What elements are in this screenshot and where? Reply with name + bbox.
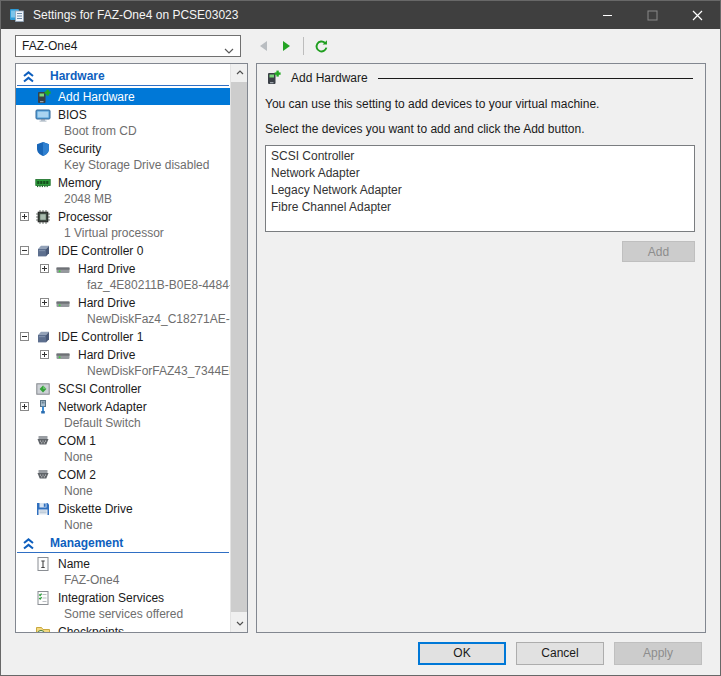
toolbar-separator <box>303 37 304 55</box>
collapse-icon[interactable] <box>20 246 35 255</box>
sidebar-item-subtext: faz_4E80211B-B0E8-4484-... <box>16 277 230 293</box>
com-port-icon <box>35 433 51 449</box>
sidebar-item-bios[interactable]: BIOSBoot from CD <box>16 106 230 139</box>
sidebar-item-subtext: 1 Virtual processor <box>16 225 230 241</box>
sidebar-item-label: Integration Services <box>58 591 164 605</box>
titlebar: Settings for FAZ-One4 on PCSE03023 <box>1 1 720 29</box>
device-option-network-adapter[interactable]: Network Adapter <box>266 165 694 182</box>
sidebar-item-network-adapter[interactable]: Network AdapterDefault Switch <box>16 398 230 431</box>
device-listbox[interactable]: SCSI ControllerNetwork AdapterLegacy Net… <box>265 145 695 232</box>
description-line-1: You can use this setting to add devices … <box>265 97 693 111</box>
sidebar-item-label: Hard Drive <box>78 348 135 362</box>
sidebar-item-name[interactable]: NameFAZ-One4 <box>16 555 230 588</box>
sidebar-item-integration-services[interactable]: Integration ServicesSome services offere… <box>16 589 230 622</box>
header-rule <box>378 78 693 79</box>
sidebar-item-memory[interactable]: Memory2048 MB <box>16 174 230 207</box>
back-icon[interactable] <box>253 35 275 57</box>
sidebar-item-subtext: None <box>16 517 230 533</box>
device-option-scsi-controller[interactable]: SCSI Controller <box>266 148 694 165</box>
sidebar-item-com-2[interactable]: COM 2None <box>16 466 230 499</box>
memory-icon <box>35 175 51 191</box>
section-label: Hardware <box>50 69 105 83</box>
ide-controller-icon <box>35 243 51 259</box>
expand-icon[interactable] <box>40 264 55 273</box>
sidebar-item-ide-controller-0[interactable]: IDE Controller 0 <box>16 242 230 259</box>
sidebar-item-subtext: 2048 MB <box>16 191 230 207</box>
sidebar-item-label: Name <box>58 557 90 571</box>
refresh-icon[interactable] <box>310 35 332 57</box>
add-hardware-icon <box>265 70 281 86</box>
settings-window-icon <box>9 7 25 23</box>
sidebar-item-com-1[interactable]: COM 1None <box>16 432 230 465</box>
collapse-chevrons-icon[interactable] <box>21 537 36 550</box>
name-icon <box>35 556 51 572</box>
sidebar-item-subtext: Boot from CD <box>16 123 230 139</box>
sidebar-item-diskette-drive[interactable]: Diskette DriveNone <box>16 500 230 533</box>
sidebar-item-label: COM 2 <box>58 468 96 482</box>
close-icon[interactable] <box>675 1 720 29</box>
sidebar-item-label: Security <box>58 142 101 156</box>
ide-controller-icon <box>35 329 51 345</box>
device-option-fibre-channel-adapter[interactable]: Fibre Channel Adapter <box>266 199 694 216</box>
sidebar-scrollbar[interactable] <box>230 64 247 632</box>
network-adapter-icon <box>35 399 51 415</box>
scroll-down-icon[interactable] <box>231 615 248 632</box>
sidebar-item-scsi-controller[interactable]: SCSI Controller <box>16 380 230 397</box>
toolbar: FAZ-One4 <box>1 29 720 63</box>
sidebar-item-label: Hard Drive <box>78 296 135 310</box>
sidebar-item-add-hardware[interactable]: Add Hardware <box>16 88 230 105</box>
settings-nav-panel: HardwareAdd HardwareBIOSBoot from CDSecu… <box>15 63 248 633</box>
integration-services-icon <box>35 590 51 606</box>
hard-drive-icon <box>55 295 71 311</box>
add-button[interactable]: Add <box>622 241 695 262</box>
sidebar-item-label: SCSI Controller <box>58 382 141 396</box>
sidebar-item-label: Add Hardware <box>58 90 135 104</box>
ok-button[interactable]: OK <box>418 642 506 665</box>
forward-icon[interactable] <box>275 35 297 57</box>
sidebar-item-subtext: FAZ-One4 <box>16 572 230 588</box>
add-hardware-page: Add Hardware You can use this setting to… <box>256 63 706 633</box>
com-port-icon <box>35 467 51 483</box>
add-hardware-icon <box>35 89 51 105</box>
settings-dialog: Settings for FAZ-One4 on PCSE03023 FAZ-O… <box>0 0 721 676</box>
security-icon <box>35 141 51 157</box>
sidebar-item-subtext: None <box>16 483 230 499</box>
sidebar-item-ide-controller-1[interactable]: IDE Controller 1 <box>16 328 230 345</box>
device-option-legacy-network-adapter[interactable]: Legacy Network Adapter <box>266 182 694 199</box>
hard-drive-icon <box>55 261 71 277</box>
section-header-hardware[interactable]: Hardware <box>17 67 229 86</box>
section-header-management[interactable]: Management <box>17 534 229 553</box>
sidebar-item-hard-drive[interactable]: Hard DriveNewDiskForFAZ43_7344EE... <box>16 346 230 379</box>
sidebar-item-processor[interactable]: Processor1 Virtual processor <box>16 208 230 241</box>
dialog-footer: OK Cancel Apply <box>1 631 720 675</box>
sidebar-item-hard-drive[interactable]: Hard Drivefaz_4E80211B-B0E8-4484-... <box>16 260 230 293</box>
diskette-icon <box>35 501 51 517</box>
collapse-icon[interactable] <box>20 332 35 341</box>
collapse-chevrons-icon[interactable] <box>21 70 36 83</box>
chevron-down-icon <box>224 43 234 57</box>
sidebar-item-security[interactable]: SecurityKey Storage Drive disabled <box>16 140 230 173</box>
minimize-icon[interactable] <box>585 1 630 29</box>
window-title: Settings for FAZ-One4 on PCSE03023 <box>33 8 585 22</box>
expand-icon[interactable] <box>20 402 35 411</box>
sidebar-item-label: IDE Controller 0 <box>58 244 143 258</box>
scroll-up-icon[interactable] <box>231 64 248 81</box>
sidebar-item-label: Processor <box>58 210 112 224</box>
sidebar-item-label: Network Adapter <box>58 400 147 414</box>
sidebar-item-label: Diskette Drive <box>58 502 133 516</box>
sidebar-item-hard-drive[interactable]: Hard DriveNewDiskFaz4_C18271AE-C... <box>16 294 230 327</box>
vm-selector[interactable]: FAZ-One4 <box>15 35 241 57</box>
expand-icon[interactable] <box>40 350 55 359</box>
scrollbar-thumb[interactable] <box>231 82 248 612</box>
sidebar-item-label: BIOS <box>58 108 87 122</box>
sidebar-item-label: COM 1 <box>58 434 96 448</box>
description-line-2: Select the devices you want to add and c… <box>265 122 693 136</box>
expand-icon[interactable] <box>20 212 35 221</box>
sidebar-item-subtext: Some services offered <box>16 606 230 622</box>
apply-button[interactable]: Apply <box>614 642 702 665</box>
vm-selector-value: FAZ-One4 <box>22 39 77 53</box>
expand-icon[interactable] <box>40 298 55 307</box>
maximize-icon <box>630 1 675 29</box>
cancel-button[interactable]: Cancel <box>516 642 604 665</box>
processor-icon <box>35 209 51 225</box>
